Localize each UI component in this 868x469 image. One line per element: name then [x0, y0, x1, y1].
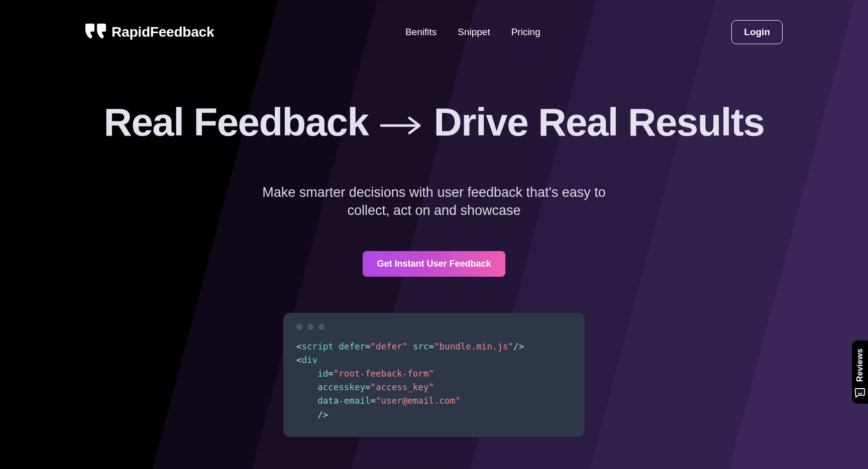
- code-snippet-card: <script defer="defer" src="bundle.min.js…: [283, 313, 585, 437]
- window-dot: [318, 324, 324, 330]
- nav-link-snippet[interactable]: Snippet: [458, 27, 490, 38]
- hero-headline-right: Drive Real Results: [433, 99, 764, 145]
- primary-nav: Benifits Snippet Pricing: [405, 27, 540, 38]
- window-dot: [307, 324, 313, 330]
- brand[interactable]: RapidFeedback: [85, 24, 214, 41]
- window-dots: [296, 324, 572, 330]
- reviews-widget-label: Reviews: [855, 348, 864, 382]
- reviews-widget[interactable]: Reviews: [852, 340, 868, 404]
- chat-smile-icon: [854, 387, 866, 399]
- hero-subhead: Make smarter decisions with user feedbac…: [0, 183, 868, 220]
- cta-button[interactable]: Get Instant User Feedback: [363, 251, 505, 277]
- brand-name: RapidFeedback: [112, 24, 214, 40]
- svg-point-1: [858, 391, 858, 392]
- hero-section: Real Feedback Drive Real Results Make sm…: [0, 99, 868, 437]
- nav-link-benifits[interactable]: Benifits: [405, 27, 437, 38]
- hero-headline: Real Feedback Drive Real Results: [0, 99, 868, 145]
- nav-link-pricing[interactable]: Pricing: [511, 27, 540, 38]
- arrow-right-icon: [379, 99, 422, 145]
- login-button[interactable]: Login: [731, 20, 783, 44]
- quote-icon: [85, 24, 106, 41]
- window-dot: [296, 324, 302, 330]
- site-header: RapidFeedback Benifits Snippet Pricing L…: [0, 0, 868, 44]
- hero-headline-left: Real Feedback: [104, 99, 369, 145]
- code-snippet: <script defer="defer" src="bundle.min.js…: [296, 340, 572, 422]
- svg-point-2: [861, 391, 861, 392]
